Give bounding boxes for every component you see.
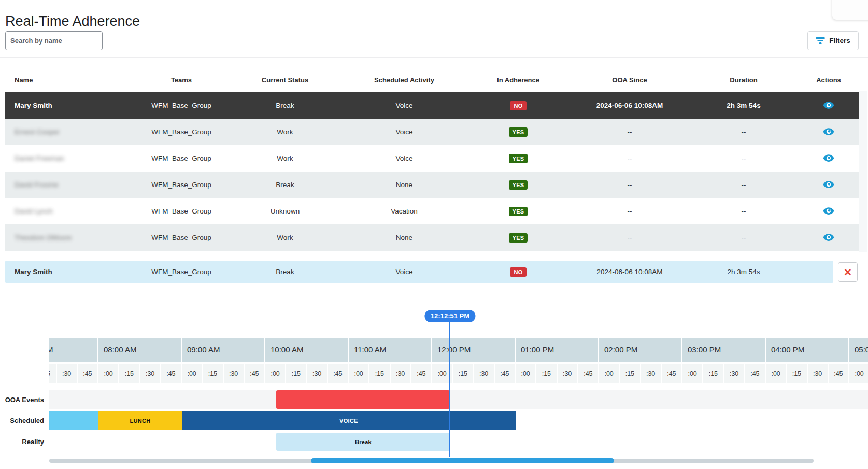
minute-tick: :30 bbox=[57, 364, 77, 383]
view-agent-button[interactable] bbox=[822, 231, 835, 244]
minute-tick-group: :00:15:30:45 bbox=[849, 364, 868, 383]
table-row[interactable]: Ernest CooperWFM_Base_GroupWorkVoiceYES-… bbox=[5, 119, 859, 145]
agent-current-status: Unknown bbox=[228, 207, 342, 215]
agent-scheduled-activity: None bbox=[342, 181, 466, 189]
adherence-badge: YES bbox=[509, 233, 528, 243]
hour-tick: 01:00 PM bbox=[516, 338, 598, 362]
view-agent-button[interactable] bbox=[822, 178, 835, 191]
hour-tick: 12:00 PM bbox=[432, 338, 515, 362]
minute-tick: :00 bbox=[849, 364, 868, 383]
minute-tick: :15 bbox=[453, 364, 473, 383]
minute-tick: :45 bbox=[745, 364, 765, 383]
agent-current-status: Work bbox=[228, 154, 342, 162]
table-row[interactable]: Daniel FreemanWFM_Base_GroupWorkVoiceYES… bbox=[5, 145, 859, 172]
minute-tick: :45 bbox=[161, 364, 181, 383]
agent-ooa-since: -- bbox=[570, 234, 689, 241]
agent-name: Theodore OMoore bbox=[5, 234, 135, 241]
hour-tick: 11:00 AM bbox=[349, 338, 431, 362]
agent-team: WFM_Base_Group bbox=[135, 207, 228, 215]
selected-activity: Voice bbox=[342, 268, 466, 276]
adherence-badge: YES bbox=[509, 154, 528, 163]
activity-bar[interactable] bbox=[276, 390, 450, 409]
selected-duration: 2h 3m 54s bbox=[689, 268, 798, 276]
agent-name: Daniel Freeman bbox=[5, 154, 135, 162]
hour-tick: 10:00 AM bbox=[265, 338, 348, 362]
table-row[interactable]: David LynchWFM_Base_GroupUnknownVacation… bbox=[5, 198, 859, 224]
timeline-scrollbar-thumb[interactable] bbox=[311, 458, 614, 463]
table-header: Name Teams Current Status Scheduled Acti… bbox=[5, 67, 859, 92]
minute-tick: :15 bbox=[620, 364, 639, 383]
filters-label: Filters bbox=[829, 37, 850, 45]
agent-team: WFM_Base_Group bbox=[135, 154, 228, 162]
agent-name: Ernest Cooper bbox=[5, 128, 135, 136]
minute-tick: :45 bbox=[495, 364, 515, 383]
table-scrollbar-gutter[interactable] bbox=[859, 91, 867, 252]
view-agent-button[interactable] bbox=[822, 151, 835, 165]
minute-tick: :15 bbox=[203, 364, 222, 383]
adherence-badge: YES bbox=[509, 127, 528, 137]
selected-agent-strip[interactable]: Mary Smith WFM_Base_Group Break Voice NO… bbox=[5, 261, 833, 283]
minute-tick-group: :00:15:30:45 bbox=[98, 364, 181, 383]
adherence-badge: NO bbox=[510, 101, 526, 110]
eye-icon bbox=[823, 126, 834, 137]
hour-tick: 08:00 AM bbox=[98, 338, 181, 362]
agent-duration: -- bbox=[689, 128, 798, 136]
column-header-name: Name bbox=[5, 76, 135, 84]
minute-tick: :30 bbox=[641, 364, 661, 383]
minute-tick: :45 bbox=[662, 364, 681, 383]
agent-current-status: Break bbox=[228, 181, 342, 189]
minute-tick: :45 bbox=[411, 364, 431, 383]
search-input[interactable] bbox=[5, 31, 103, 50]
minute-tick-group: :00:15:30:45 bbox=[516, 364, 598, 383]
close-detail-button[interactable]: ✕ bbox=[838, 262, 858, 282]
eye-icon bbox=[823, 205, 834, 217]
timeline-row-label-reality: Reality bbox=[0, 438, 44, 446]
timeline-ooa-events-row bbox=[49, 390, 868, 409]
column-header-duration: Duration bbox=[689, 76, 798, 84]
timeline-row-label-scheduled: Scheduled bbox=[0, 417, 44, 424]
activity-bar[interactable] bbox=[49, 411, 98, 430]
agent-team: WFM_Base_Group bbox=[135, 102, 228, 109]
agent-ooa-since: 2024-06-06 10:08AM bbox=[570, 102, 689, 109]
minute-tick-group: :00:15:30:45 bbox=[599, 364, 681, 383]
minute-tick: :30 bbox=[558, 364, 577, 383]
filters-button[interactable]: Filters bbox=[807, 31, 859, 50]
agent-duration: -- bbox=[689, 234, 798, 241]
column-header-current-status: Current Status bbox=[228, 76, 342, 84]
break-bar[interactable]: Break bbox=[276, 433, 450, 451]
timeline-scheduled-row: LUNCHVOICE bbox=[49, 411, 868, 430]
hour-tick: 02:00 PM bbox=[599, 338, 681, 362]
minute-tick: :15 bbox=[536, 364, 556, 383]
eye-icon bbox=[823, 179, 834, 190]
table-row[interactable]: David FroomeWFM_Base_GroupBreakNoneYES--… bbox=[5, 172, 859, 198]
agent-scheduled-activity: Voice bbox=[342, 102, 466, 109]
column-header-actions: Actions bbox=[798, 76, 859, 84]
view-agent-button[interactable] bbox=[822, 125, 835, 138]
agent-ooa-since: -- bbox=[570, 154, 689, 162]
view-agent-button[interactable] bbox=[822, 204, 835, 218]
voice-bar[interactable]: VOICE bbox=[182, 411, 516, 430]
current-time-marker[interactable]: 12:12:51 PM bbox=[425, 310, 475, 322]
minute-tick-group: :00:15:30:45 bbox=[432, 364, 515, 383]
lunch-bar[interactable]: LUNCH bbox=[98, 411, 182, 430]
minute-tick: :15 bbox=[369, 364, 389, 383]
minute-tick: :45 bbox=[829, 364, 848, 383]
hour-tick: 09:00 AM bbox=[182, 338, 264, 362]
agent-duration: -- bbox=[689, 207, 798, 215]
table-row[interactable]: Theodore OMooreWFM_Base_GroupWorkNoneYES… bbox=[5, 224, 859, 251]
eye-icon bbox=[823, 100, 834, 111]
table-row[interactable]: Mary SmithWFM_Base_GroupBreakVoiceNO2024… bbox=[5, 92, 859, 119]
timeline-reality-row: Break bbox=[49, 432, 868, 451]
minute-tick: :00 bbox=[682, 364, 702, 383]
minute-tick: :00 bbox=[182, 364, 202, 383]
selected-ooa-since: 2024-06-06 10:08AM bbox=[570, 268, 689, 276]
timeline-hour-axis: 07:00 AM08:00 AM09:00 AM10:00 AM11:00 AM… bbox=[49, 338, 868, 362]
timeline-row-label-ooa: OOA Events bbox=[0, 396, 44, 404]
minute-tick: :15 bbox=[787, 364, 806, 383]
column-header-teams: Teams bbox=[135, 76, 228, 84]
agent-ooa-since: -- bbox=[570, 181, 689, 189]
view-agent-button[interactable] bbox=[822, 98, 835, 112]
column-header-ooa-since: OOA Since bbox=[570, 76, 689, 84]
minute-tick: :00 bbox=[349, 364, 368, 383]
minute-tick: :30 bbox=[307, 364, 327, 383]
